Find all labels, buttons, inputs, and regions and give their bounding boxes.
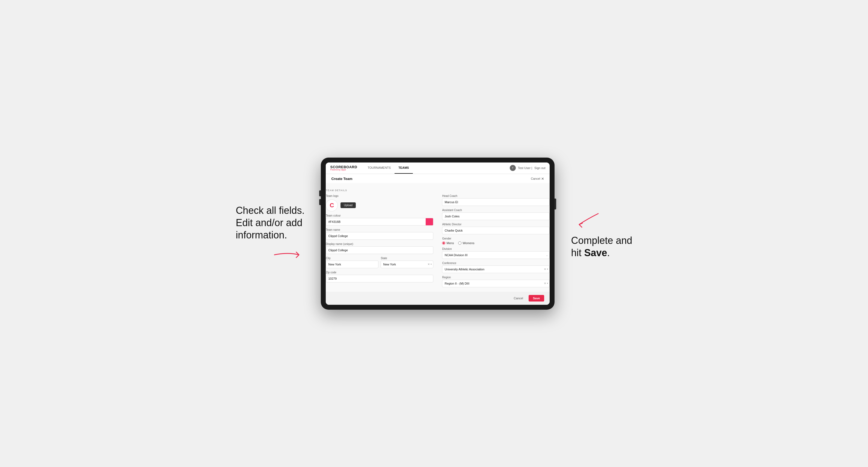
state-label: State [381,257,433,260]
conference-label: Conference [442,261,550,264]
head-coach-label: Head Coach [442,194,550,197]
header-cancel-label[interactable]: Cancel [531,177,540,180]
assistant-coach-input[interactable] [442,213,550,220]
colour-swatch[interactable] [426,218,433,225]
upload-button[interactable]: Upload [340,203,356,208]
annotation-left-text: Check all fields.Edit and/or addinformat… [236,205,305,241]
city-input[interactable] [326,260,378,268]
team-colour-input[interactable] [326,218,426,225]
division-select[interactable]: NCAA Division III [442,251,550,259]
form-right: Head Coach Assistant Coach Athletic Dire… [442,194,550,287]
region-select-icons: ✕ ▾ [544,282,548,285]
logo-circle: C [326,199,338,211]
section-label: TEAM DETAILS [326,189,347,192]
nav-teams[interactable]: TEAMS [395,162,413,174]
city-state-row: City State ✕ ▾ [326,257,433,268]
annotation-right-text: Complete andhit Save. [571,235,632,258]
conference-select-icons: ✕ ▾ [544,268,548,271]
region-clear-icon[interactable]: ✕ [544,282,546,285]
gender-radio-group: Mens Womens [442,242,550,245]
create-team-header: Create Team Cancel ✕ [326,174,550,183]
colour-input-row [326,218,433,225]
team-logo-group: Team logo C Upload [326,194,433,211]
sign-out-link[interactable]: Sign out [534,166,545,169]
zip-group: Zip code [326,271,433,282]
region-label: Region [442,276,550,279]
form-grid: Team logo C Upload Team colour [326,194,550,287]
region-group: Region ✕ ▾ [442,276,550,287]
nav-tournaments[interactable]: TOURNAMENTS [364,162,395,174]
header-cancel-area: Cancel ✕ [531,177,544,181]
user-avatar: T [510,165,516,171]
conference-group: Conference ✕ ▾ [442,261,550,273]
gender-label: Gender [442,237,550,240]
head-coach-input[interactable] [442,198,550,206]
team-logo-label: Team logo [326,194,433,197]
city-label: City [326,257,378,260]
assistant-coach-group: Assistant Coach [442,209,550,220]
team-colour-label: Team colour [326,214,433,217]
head-coach-group: Head Coach [442,194,550,206]
state-input[interactable] [381,260,433,268]
gender-mens-label[interactable]: Mens [442,242,454,245]
team-name-label: Team name [326,228,433,231]
brand-title: SCOREBOARD [330,165,357,169]
nav-right: T Test User | Sign out [510,165,546,171]
region-select-wrapper: ✕ ▾ [442,280,550,287]
assistant-coach-label: Assistant Coach [442,209,550,212]
athletic-director-group: Athletic Director [442,223,550,234]
brand: SCOREBOARD Powered by clippd [330,165,357,171]
navbar: SCOREBOARD Powered by clippd TOURNAMENTS… [326,162,550,174]
team-logo-area: C Upload [326,199,433,211]
gender-mens-text: Mens [446,242,454,245]
city-state-group: City State ✕ ▾ [326,257,433,268]
athletic-director-label: Athletic Director [442,223,550,226]
gender-womens-radio[interactable] [458,242,461,245]
conference-chevron-icon[interactable]: ▾ [547,268,548,270]
division-label: Division [442,247,550,250]
annotation-save-bold: Save [584,247,607,258]
gender-womens-text: Womens [463,242,474,245]
nav-links: TOURNAMENTS TEAMS [364,162,509,174]
gender-group: Gender Mens Womens [442,237,550,245]
team-name-group: Team name [326,228,433,240]
conference-select-wrapper: ✕ ▾ [442,266,550,273]
right-arrow-icon [571,208,604,230]
state-clear-icon[interactable]: ✕ [428,263,430,266]
gender-mens-radio[interactable] [442,242,445,245]
tablet-frame: SCOREBOARD Powered by clippd TOURNAMENTS… [321,158,555,310]
form-left: Team logo C Upload Team colour [326,194,433,287]
tablet-screen: SCOREBOARD Powered by clippd TOURNAMENTS… [326,162,550,305]
state-chevron-icon[interactable]: ▾ [431,263,432,266]
state-select-wrapper: ✕ ▾ [381,260,433,268]
form-footer: Cancel Save [326,292,550,305]
page-title: Create Team [331,177,352,181]
zip-label: Zip code [326,271,433,274]
annotation-right: Complete andhit Save. [571,208,632,259]
gender-womens-label[interactable]: Womens [458,242,474,245]
region-input[interactable] [442,280,550,287]
annotation-left: Check all fields.Edit and/or addinformat… [236,204,305,263]
brand-subtitle: Powered by clippd [330,169,357,171]
display-name-label: Display name (unique) [326,243,433,246]
city-group: City [326,257,378,268]
athletic-director-input[interactable] [442,227,550,234]
state-group: State ✕ ▾ [381,257,433,268]
form-section: TEAM DETAILS Team logo C Upload [326,183,550,292]
zip-input[interactable] [326,275,433,282]
team-name-input[interactable] [326,232,433,240]
user-name: Test User | [518,166,532,169]
save-button[interactable]: Save [529,295,545,302]
display-name-group: Display name (unique) [326,243,433,254]
cancel-button[interactable]: Cancel [510,295,526,302]
region-chevron-icon[interactable]: ▾ [547,282,548,285]
state-select-icons: ✕ ▾ [428,263,432,266]
display-name-input[interactable] [326,246,433,254]
conference-clear-icon[interactable]: ✕ [544,268,546,271]
division-select-wrapper: NCAA Division III [442,251,550,259]
header-close-icon[interactable]: ✕ [541,177,544,181]
division-group: Division NCAA Division III [442,247,550,259]
left-arrow-icon [272,247,305,263]
conference-input[interactable] [442,266,550,273]
team-colour-group: Team colour [326,214,433,225]
